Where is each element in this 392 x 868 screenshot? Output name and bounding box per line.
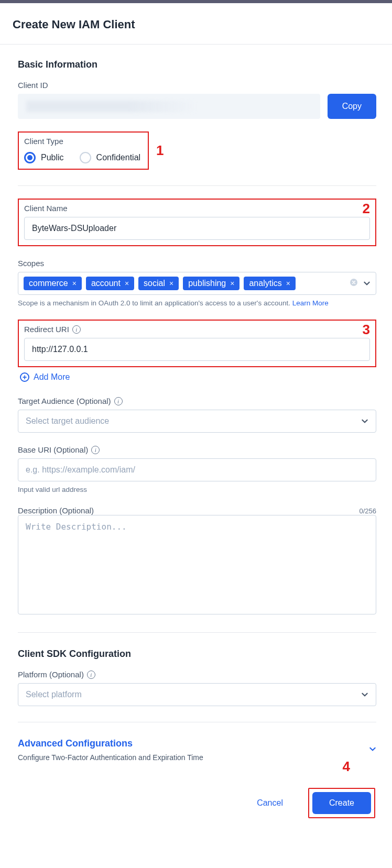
copy-button[interactable]: Copy bbox=[328, 94, 376, 119]
tag-commerce[interactable]: commerce× bbox=[24, 277, 82, 290]
redbox-create: Create bbox=[308, 788, 375, 818]
section-sdk: Client SDK Configuration bbox=[18, 649, 376, 660]
base-uri-helper: Input valid url address bbox=[18, 486, 376, 493]
annotation-3: 3 bbox=[363, 322, 370, 338]
redbox-redirect-uri: 3 Redirect URI bbox=[18, 320, 376, 367]
platform-select[interactable]: Select platform bbox=[18, 683, 376, 706]
target-audience-label: Target Audience (Optional) bbox=[18, 397, 376, 405]
base-uri-label: Base URI (Optional) bbox=[18, 445, 376, 454]
field-target-audience: Target Audience (Optional) Select target… bbox=[18, 397, 376, 433]
dialog-title: Create New IAM Client bbox=[0, 3, 392, 45]
client-id-value bbox=[18, 94, 320, 119]
annotation-4: 4 bbox=[343, 759, 350, 775]
annotation-1: 1 bbox=[156, 142, 164, 159]
field-client-id: Client ID Copy bbox=[18, 81, 376, 119]
advanced-title: Advanced Configurations bbox=[18, 738, 203, 749]
radio-confidential[interactable]: Confidential bbox=[80, 152, 141, 163]
remove-tag-icon[interactable]: × bbox=[286, 279, 290, 288]
tag-account[interactable]: account× bbox=[86, 277, 134, 290]
radio-public[interactable]: Public bbox=[24, 152, 64, 163]
description-count: 0/256 bbox=[359, 507, 376, 515]
field-description: Description (Optional) 0/256 bbox=[18, 506, 376, 617]
field-scopes: Scopes commerce× account× social× publis… bbox=[18, 259, 376, 307]
dialog-footer: 4 Cancel Create bbox=[0, 762, 392, 818]
learn-more-link[interactable]: Learn More bbox=[292, 299, 329, 307]
redbox-client-type: Client Type Public Confidential bbox=[18, 131, 149, 170]
redbox-client-name: 2 Client Name bbox=[18, 199, 376, 246]
annotation-2: 2 bbox=[363, 201, 370, 217]
scopes-label: Scopes bbox=[18, 259, 376, 268]
target-audience-select[interactable]: Select target audience bbox=[18, 410, 376, 433]
chevron-down-icon bbox=[361, 691, 368, 698]
remove-tag-icon[interactable]: × bbox=[169, 279, 173, 288]
info-icon[interactable] bbox=[87, 671, 95, 679]
remove-tag-icon[interactable]: × bbox=[125, 279, 129, 288]
radio-icon bbox=[80, 152, 91, 163]
platform-label: Platform (Optional) bbox=[18, 670, 376, 679]
base-uri-input[interactable] bbox=[18, 458, 376, 481]
tag-analytics[interactable]: analytics× bbox=[244, 277, 295, 290]
cancel-button[interactable]: Cancel bbox=[242, 792, 298, 814]
client-name-label: Client Name bbox=[24, 204, 370, 213]
radio-public-label: Public bbox=[41, 153, 64, 162]
remove-tag-icon[interactable]: × bbox=[72, 279, 77, 288]
add-more-button[interactable]: Add More bbox=[20, 372, 70, 382]
client-id-label: Client ID bbox=[18, 81, 376, 90]
remove-tag-icon[interactable]: × bbox=[230, 279, 234, 288]
tag-publishing[interactable]: publishing× bbox=[183, 277, 239, 290]
client-name-input[interactable] bbox=[24, 217, 370, 240]
tag-social[interactable]: social× bbox=[138, 277, 179, 290]
field-platform: Platform (Optional) Select platform bbox=[18, 670, 376, 706]
scopes-helper: Scope is a mechanism in OAuth 2.0 to lim… bbox=[18, 299, 376, 307]
description-label: Description (Optional) bbox=[18, 506, 94, 515]
clear-all-icon[interactable] bbox=[350, 278, 358, 289]
redirect-uri-input[interactable] bbox=[24, 338, 370, 361]
advanced-config-toggle[interactable]: Advanced Configurations Configure Two-Fa… bbox=[18, 738, 376, 762]
info-icon[interactable] bbox=[91, 446, 100, 454]
radio-confidential-label: Confidential bbox=[96, 153, 141, 162]
radio-icon bbox=[24, 152, 36, 163]
field-base-uri: Base URI (Optional) Input valid url addr… bbox=[18, 445, 376, 493]
chevron-down-icon bbox=[369, 745, 376, 753]
plus-icon bbox=[20, 372, 29, 382]
chevron-down-icon[interactable] bbox=[363, 280, 371, 287]
create-button[interactable]: Create bbox=[312, 792, 371, 814]
advanced-subtitle: Configure Two-Factor Authentication and … bbox=[18, 753, 203, 762]
redirect-uri-label: Redirect URI bbox=[24, 325, 370, 334]
client-type-label: Client Type bbox=[24, 137, 143, 146]
info-icon[interactable] bbox=[114, 397, 123, 405]
description-textarea[interactable] bbox=[18, 515, 376, 614]
section-basic-info: Basic Information bbox=[18, 59, 376, 70]
scopes-input[interactable]: commerce× account× social× publishing× a… bbox=[18, 272, 376, 295]
info-icon[interactable] bbox=[72, 325, 81, 334]
chevron-down-icon bbox=[361, 417, 368, 425]
redacted-id bbox=[26, 101, 199, 112]
